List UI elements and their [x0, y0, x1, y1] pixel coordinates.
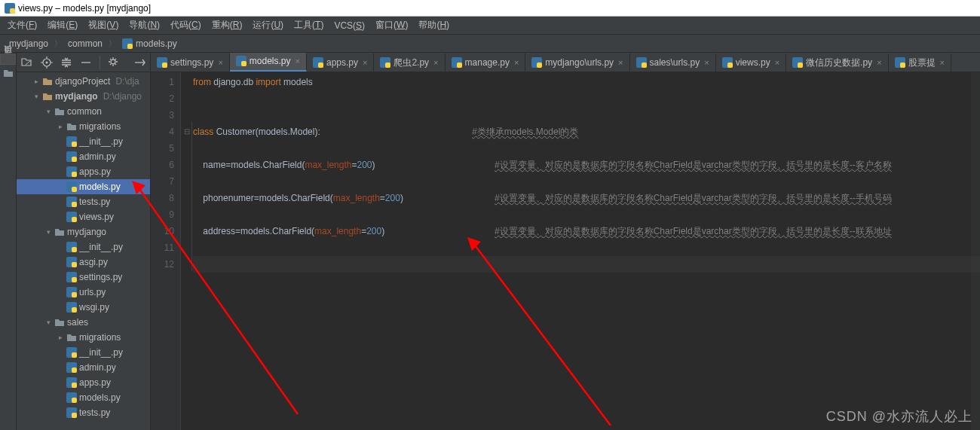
- line-number: 9: [151, 206, 174, 223]
- tree-label: tests.py: [79, 197, 110, 207]
- project-tree[interactable]: ▸djangoProjectD:\dja▾mydjangoD:\django▾c…: [17, 72, 150, 430]
- tree-row[interactable]: ▾mydjango: [17, 224, 150, 239]
- editor-tab[interactable]: apps.py×: [307, 53, 374, 72]
- tree-row[interactable]: ▾common: [17, 104, 150, 119]
- tree-label: models.py: [79, 181, 121, 192]
- folder-icon: [66, 121, 77, 132]
- editor-tab[interactable]: 微信历史数据.py×: [786, 53, 888, 72]
- tree-arrow-icon[interactable]: ▸: [57, 123, 64, 130]
- tree-arrow-icon[interactable]: ▸: [57, 334, 64, 341]
- tree-row[interactable]: urls.py: [17, 285, 150, 300]
- menu-item[interactable]: 文件(F): [3, 17, 41, 33]
- menu-item[interactable]: 工具(T): [289, 17, 328, 33]
- tool-window-stripe[interactable]: 项目: [0, 53, 17, 430]
- editor-tab[interactable]: manage.py×: [446, 53, 526, 72]
- breadcrumb-item[interactable]: models.py: [119, 38, 180, 50]
- tree-row[interactable]: __init__.py: [17, 345, 150, 360]
- close-icon[interactable]: ×: [296, 56, 300, 66]
- watermark-text: CSDN @水亦流人必上: [826, 407, 972, 425]
- tree-row[interactable]: admin.py: [17, 149, 150, 164]
- tree-row[interactable]: ▸migrations: [17, 330, 150, 345]
- menu-item[interactable]: 帮助(H): [414, 17, 454, 33]
- python-file-icon: [66, 347, 77, 358]
- python-file-icon: [66, 392, 77, 403]
- menu-item[interactable]: 代码(C): [166, 17, 206, 33]
- line-number: 2: [151, 90, 174, 107]
- tree-arrow-icon[interactable]: ▾: [44, 228, 52, 236]
- main-menu-bar[interactable]: 文件(F)编辑(E)视图(V)导航(N)代码(C)重构(R)运行(U)工具(T)…: [0, 17, 980, 35]
- tree-row[interactable]: ▾mydjangoD:\django: [17, 89, 150, 104]
- select-open-file-button[interactable]: [20, 55, 35, 70]
- editor-tab[interactable]: models.py×: [230, 53, 307, 72]
- tree-row[interactable]: models.py: [17, 179, 150, 194]
- tree-row[interactable]: tests.py: [17, 405, 150, 420]
- tree-arrow-icon[interactable]: ▸: [32, 78, 40, 85]
- menu-item[interactable]: 导航(N): [124, 17, 164, 33]
- tree-row[interactable]: models.py: [17, 390, 150, 405]
- editor-scrollbar[interactable]: [971, 72, 980, 430]
- editor-tab[interactable]: settings.py×: [151, 53, 230, 72]
- breadcrumb-item[interactable]: mydjango: [6, 38, 51, 50]
- folder-icon: [54, 106, 65, 117]
- editor-tab[interactable]: sales\urls.py×: [630, 53, 716, 72]
- tree-row[interactable]: views.py: [17, 209, 150, 224]
- close-icon[interactable]: ×: [363, 58, 367, 67]
- close-icon[interactable]: ×: [433, 58, 438, 67]
- python-file-icon: [452, 57, 462, 68]
- code-content[interactable]: from django.db import models ⊟class Cust…: [181, 72, 980, 430]
- editor-tab[interactable]: 爬虫2.py×: [374, 53, 445, 72]
- tab-label: 微信历史数据.py: [806, 56, 872, 69]
- tree-row[interactable]: tests.py: [17, 194, 150, 209]
- code-editor[interactable]: 123456789101112 from django.db import mo…: [151, 72, 980, 430]
- close-icon[interactable]: ×: [940, 58, 945, 67]
- editor-tabs[interactable]: settings.py×models.py×apps.py×爬虫2.py×man…: [151, 53, 980, 72]
- menu-item[interactable]: 窗口(W): [371, 17, 412, 33]
- tree-row[interactable]: admin.py: [17, 360, 150, 375]
- menu-item[interactable]: 编辑(E): [43, 17, 82, 33]
- close-icon[interactable]: ×: [877, 58, 881, 67]
- collapse-all-button[interactable]: [78, 55, 93, 70]
- tree-row[interactable]: apps.py: [17, 164, 150, 179]
- tree-row[interactable]: apps.py: [17, 375, 150, 390]
- python-file-icon: [66, 151, 77, 162]
- tab-label: sales\urls.py: [650, 57, 700, 68]
- fold-icon[interactable]: ⊟: [184, 124, 190, 140]
- tab-label: mydjango\urls.py: [545, 57, 614, 68]
- python-file-icon: [66, 257, 77, 267]
- settings-button[interactable]: [106, 55, 121, 70]
- tree-row[interactable]: ▾sales: [17, 315, 150, 330]
- tree-arrow-icon[interactable]: ▾: [32, 93, 40, 100]
- close-icon[interactable]: ×: [704, 58, 709, 67]
- tree-label: settings.py: [79, 272, 122, 282]
- tree-row[interactable]: ▸migrations: [17, 119, 150, 134]
- python-file-icon: [531, 57, 542, 68]
- tree-hint: D:\django: [103, 91, 142, 102]
- editor-tab[interactable]: mydjango\urls.py×: [525, 53, 629, 72]
- close-icon[interactable]: ×: [775, 58, 779, 67]
- editor-tab[interactable]: views.py×: [716, 53, 786, 72]
- scroll-from-source-button[interactable]: [39, 55, 54, 70]
- close-icon[interactable]: ×: [218, 58, 222, 67]
- tree-row[interactable]: ▸djangoProjectD:\dja: [17, 74, 150, 89]
- editor-tab[interactable]: 股票提×: [889, 53, 951, 72]
- tree-row[interactable]: wsgi.py: [17, 300, 150, 315]
- breadcrumb-item[interactable]: common: [65, 38, 106, 50]
- project-tool-tab[interactable]: 项目: [0, 54, 16, 65]
- menu-item[interactable]: 重构(R): [207, 17, 247, 33]
- tree-row[interactable]: settings.py: [17, 270, 150, 285]
- tree-row[interactable]: __init__.py: [17, 239, 150, 255]
- menu-item[interactable]: 运行(U): [248, 17, 288, 33]
- line-number: 11: [151, 239, 174, 256]
- menu-item[interactable]: 视图(V): [84, 17, 123, 33]
- expand-all-button[interactable]: [59, 55, 74, 70]
- tree-arrow-icon[interactable]: ▾: [44, 319, 52, 326]
- menu-item[interactable]: VCS(S): [329, 19, 369, 32]
- close-icon[interactable]: ×: [618, 58, 623, 67]
- tree-label: models.py: [79, 392, 121, 403]
- tree-row[interactable]: __init__.py: [17, 134, 150, 149]
- hide-button[interactable]: [132, 55, 147, 70]
- close-icon[interactable]: ×: [514, 58, 519, 67]
- project-structure-icon[interactable]: [3, 68, 14, 78]
- tree-row[interactable]: asgi.py: [17, 255, 150, 270]
- tree-arrow-icon[interactable]: ▾: [44, 108, 52, 115]
